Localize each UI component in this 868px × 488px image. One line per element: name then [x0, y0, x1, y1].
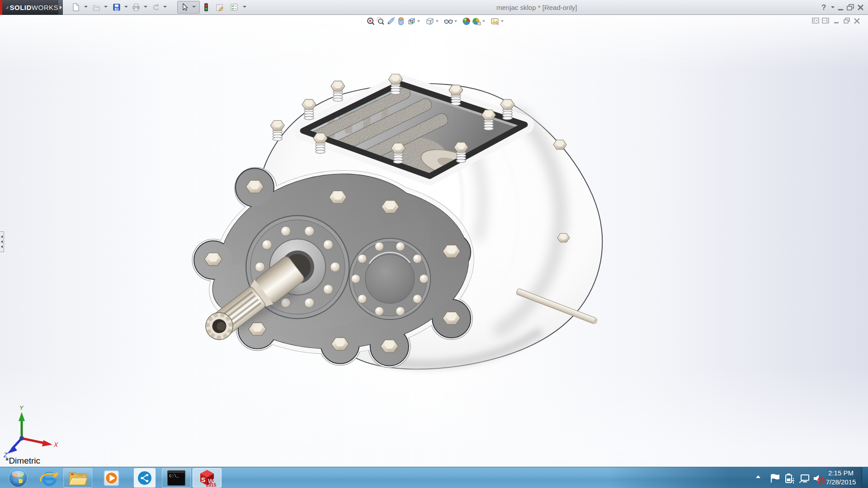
select-cursor-icon[interactable]	[180, 3, 189, 12]
solidworks-icon: S W 2015	[197, 469, 217, 488]
title-bar: SOLIDWORKS menjac sklop * [Read-only] ?	[0, 0, 868, 15]
save-icon[interactable]	[112, 3, 121, 12]
rebuild-traffic-light-icon[interactable]	[202, 3, 211, 12]
system-tray	[750, 471, 827, 486]
undo-caret[interactable]	[163, 6, 167, 8]
svg-text:X: X	[53, 441, 58, 448]
show-desktop-button[interactable]	[862, 467, 868, 488]
svg-text:C:\_: C:\_	[169, 474, 179, 479]
network-icon[interactable]	[799, 475, 809, 483]
action-center-flag-icon[interactable]	[771, 474, 779, 483]
display-style-icon[interactable]	[425, 17, 434, 26]
zoom-to-area-icon[interactable]	[376, 17, 385, 26]
print-caret[interactable]	[144, 6, 147, 8]
ds-logo-icon	[6, 2, 9, 13]
new-document-icon[interactable]	[71, 3, 80, 12]
view-orientation-icon[interactable]	[407, 17, 416, 26]
hidden-icons-arrow[interactable]	[756, 475, 760, 478]
taskbar-command-prompt[interactable]: C:\_	[162, 468, 191, 488]
svg-text:S: S	[201, 476, 205, 483]
select-cursor-caret[interactable]	[192, 6, 196, 8]
taskbar-clock[interactable]: 2:15 PM 7/28/2015	[822, 469, 860, 487]
hide-show-items-caret[interactable]	[454, 20, 457, 22]
help-icon[interactable]: ?	[821, 3, 826, 12]
view-settings-caret[interactable]	[501, 20, 504, 22]
hide-show-items-icon[interactable]	[444, 17, 453, 26]
clock-time: 2:15 PM	[822, 469, 860, 478]
media-player-icon	[103, 469, 121, 487]
edit-appearance-icon[interactable]	[462, 17, 471, 26]
svg-text:2015: 2015	[206, 483, 217, 488]
brand-light: WORKS	[32, 4, 58, 11]
internet-explorer-icon	[40, 469, 59, 487]
pane-right-icon[interactable]	[822, 17, 830, 24]
apply-scene-caret[interactable]	[482, 20, 485, 22]
feature-manager-flyout-tab[interactable]	[0, 231, 4, 252]
taskbar-share-app[interactable]	[134, 468, 156, 488]
taskbar-solidworks[interactable]: S W 2015	[193, 468, 222, 488]
help-caret[interactable]	[831, 6, 835, 8]
taskbar-media-player[interactable]	[100, 468, 123, 488]
file-properties-icon[interactable]	[215, 3, 224, 12]
doc-restore-icon[interactable]	[843, 17, 851, 24]
options-caret[interactable]	[243, 6, 246, 8]
view-orientation-caret[interactable]	[417, 20, 420, 22]
zoom-to-fit-icon[interactable]	[366, 17, 375, 26]
start-button[interactable]	[7, 468, 29, 488]
taskbar: C:\_ S W 2015 2:15 PM 7/28/2015	[0, 467, 868, 488]
pane-left-icon[interactable]	[812, 17, 820, 24]
open-icon[interactable]	[92, 3, 101, 12]
share-app-icon	[137, 470, 153, 486]
taskbar-windows-explorer[interactable]	[63, 468, 92, 488]
orientation-triad: Y X Z	[0, 404, 68, 463]
folder-icon	[68, 470, 87, 486]
view-settings-icon[interactable]	[491, 17, 500, 26]
taskbar-internet-explorer[interactable]	[38, 468, 61, 488]
open-caret[interactable]	[104, 6, 108, 8]
minimize-button[interactable]	[837, 3, 845, 11]
window-title: menjac sklop * [Read-only]	[496, 4, 577, 11]
command-prompt-icon: C:\_	[167, 470, 186, 486]
apply-scene-icon[interactable]	[472, 17, 481, 26]
section-tool-icon[interactable]	[387, 17, 396, 26]
new-document-caret[interactable]	[84, 6, 88, 8]
doc-minimize-icon[interactable]	[833, 17, 840, 24]
logo-expand-arrow[interactable]	[58, 0, 63, 15]
power-icon[interactable]	[786, 474, 794, 483]
doc-close-icon[interactable]	[854, 17, 861, 24]
gearbox-model[interactable]	[0, 15, 868, 467]
undo-icon[interactable]	[151, 3, 160, 12]
solidworks-logo[interactable]: SOLIDWORKS	[2, 0, 58, 15]
right-flange[interactable]	[349, 238, 430, 319]
brand-bold: SOLID	[9, 4, 31, 11]
save-caret[interactable]	[124, 6, 128, 8]
graphics-viewport[interactable]: Y X Z *Dimetric	[0, 15, 868, 467]
svg-text:Y: Y	[19, 404, 24, 411]
display-style-caret[interactable]	[436, 20, 439, 22]
restore-button[interactable]	[846, 3, 855, 11]
view-orientation-label: *Dimetric	[5, 456, 40, 466]
close-button[interactable]	[857, 3, 865, 11]
clock-date: 7/28/2015	[822, 478, 860, 487]
section-view-icon[interactable]	[396, 17, 406, 26]
options-icon[interactable]	[230, 3, 239, 12]
print-icon[interactable]	[132, 3, 141, 12]
